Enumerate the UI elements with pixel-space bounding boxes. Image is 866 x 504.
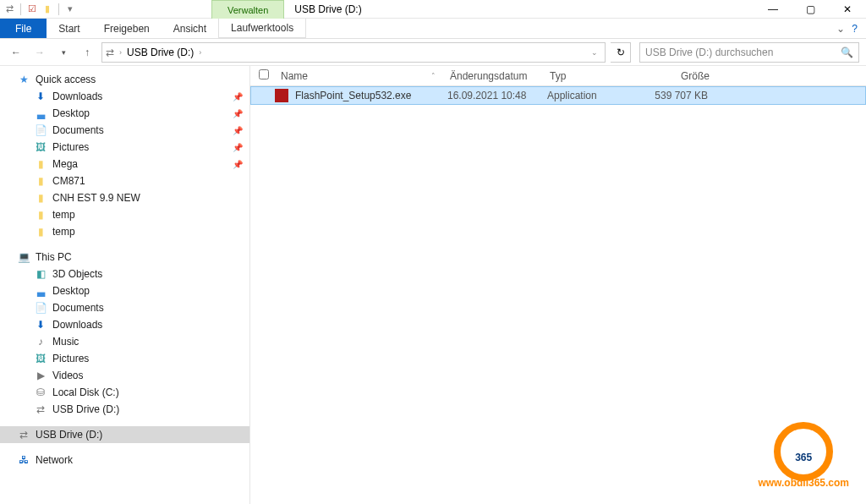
- nav-forward-button[interactable]: →: [30, 43, 49, 62]
- select-all-checkbox[interactable]: [259, 69, 274, 82]
- qat-overflow[interactable]: ▾: [64, 3, 76, 15]
- ribbon-tab-view[interactable]: Ansicht: [162, 19, 218, 38]
- close-button[interactable]: ✕: [829, 0, 866, 18]
- sidebar-item-label: Desktop: [52, 285, 90, 297]
- sidebar-item-label: Documents: [52, 302, 104, 314]
- file-size: 539 707 KB: [627, 90, 715, 101]
- chevron-right-icon[interactable]: ›: [119, 48, 122, 57]
- file-type: Application: [540, 90, 627, 101]
- qat-button-1[interactable]: ☑: [26, 3, 38, 15]
- address-bar[interactable]: ⇄ › USB Drive (D:) › ⌄: [101, 42, 606, 63]
- sidebar-item-this-pc[interactable]: 💻 This PC: [0, 249, 249, 266]
- pin-icon: 📌: [233, 160, 243, 169]
- item-icon: 🖼: [34, 140, 47, 154]
- file-row[interactable]: FlashPoint_Setup532.exe16.09.2021 10:48A…: [250, 86, 866, 105]
- column-header-name[interactable]: Name ˄: [274, 70, 443, 82]
- watermark: 365 www.obdii365.com: [758, 422, 849, 489]
- chevron-right-icon[interactable]: ›: [199, 48, 201, 57]
- sidebar-item-pc-7[interactable]: ⛁Local Disk (C:): [0, 384, 249, 401]
- item-icon: ▃: [34, 107, 47, 120]
- pin-icon: 📌: [233, 109, 243, 118]
- sidebar-item-qa-6[interactable]: ▮CNH EST 9.9 NEW: [0, 189, 249, 206]
- navigation-bar: ← → ▾ ↑ ⇄ › USB Drive (D:) › ⌄ ↻ USB Dri…: [0, 39, 866, 66]
- pc-icon: 💻: [17, 250, 30, 264]
- qat-button-2[interactable]: ▮: [41, 3, 53, 15]
- sidebar-item-label: This PC: [36, 251, 72, 263]
- sidebar-item-pc-2[interactable]: 📄Documents: [0, 299, 249, 316]
- item-icon: ▮: [34, 174, 47, 188]
- item-icon: 🖼: [34, 352, 47, 365]
- ribbon-context-tab[interactable]: Verwalten: [211, 0, 284, 19]
- sidebar-item-qa-2[interactable]: 📄Documents📌: [0, 122, 249, 139]
- search-box[interactable]: USB Drive (D:) durchsuchen 🔍: [639, 42, 859, 63]
- sidebar-item-usb-drive-root[interactable]: ⇄ USB Drive (D:): [0, 426, 249, 443]
- sidebar-item-label: Music: [52, 336, 79, 348]
- sidebar-item-label: USB Drive (D:): [36, 429, 102, 441]
- item-icon: ⬇: [34, 90, 47, 103]
- maximize-button[interactable]: ▢: [792, 0, 829, 18]
- sidebar-item-label: CNH EST 9.9 NEW: [52, 192, 140, 204]
- star-icon: ★: [17, 73, 30, 86]
- usb-icon: ⇄: [17, 428, 30, 441]
- item-icon: 📄: [34, 123, 47, 137]
- navigation-pane[interactable]: ★ Quick access ⬇Downloads📌▃Desktop📌📄Docu…: [0, 66, 250, 504]
- item-icon: 📄: [34, 301, 47, 315]
- ribbon-tab-file[interactable]: File: [0, 19, 47, 38]
- sidebar-item-label: 3D Objects: [52, 268, 102, 280]
- sidebar-item-label: Videos: [52, 370, 83, 381]
- file-name: FlashPoint_Setup532.exe: [295, 90, 411, 101]
- window-controls: — ▢ ✕: [754, 0, 866, 18]
- ribbon-tab-share[interactable]: Freigeben: [92, 19, 162, 38]
- sidebar-item-qa-4[interactable]: ▮Mega📌: [0, 156, 249, 173]
- sidebar-item-qa-7[interactable]: ▮temp: [0, 206, 249, 223]
- refresh-button[interactable]: ↻: [611, 42, 631, 63]
- pin-icon: 📌: [233, 126, 243, 135]
- sidebar-item-pc-4[interactable]: ♪Music: [0, 333, 249, 350]
- sidebar-item-label: Desktop: [52, 107, 90, 119]
- column-header-size[interactable]: Größe: [629, 70, 717, 82]
- breadcrumb[interactable]: USB Drive (D:): [127, 47, 194, 58]
- sidebar-item-label: Pictures: [52, 141, 89, 153]
- sidebar-item-pc-6[interactable]: ▶Videos: [0, 367, 249, 384]
- ribbon-expand-icon[interactable]: ⌄: [836, 23, 845, 35]
- search-placeholder: USB Drive (D:) durchsuchen: [645, 47, 773, 58]
- sidebar-item-label: Pictures: [52, 353, 89, 364]
- sidebar-item-label: Quick access: [36, 74, 96, 85]
- file-date: 16.09.2021 10:48: [441, 90, 540, 101]
- column-header-type[interactable]: Typ: [543, 70, 629, 82]
- sidebar-item-pc-8[interactable]: ⇄USB Drive (D:): [0, 401, 249, 418]
- sidebar-item-label: Mega: [52, 158, 78, 170]
- sidebar-item-quick-access[interactable]: ★ Quick access: [0, 71, 249, 88]
- column-headers: Name ˄ Änderungsdatum Typ Größe: [250, 66, 866, 86]
- sidebar-item-qa-1[interactable]: ▃Desktop📌: [0, 105, 249, 122]
- pin-icon: 📌: [233, 143, 243, 152]
- app-icon: ⇄: [3, 3, 15, 15]
- exe-icon: [275, 89, 288, 102]
- sidebar-item-pc-1[interactable]: ▃Desktop: [0, 282, 249, 299]
- sidebar-item-label: USB Drive (D:): [52, 403, 119, 415]
- sidebar-item-network[interactable]: 🖧 Network: [0, 452, 249, 468]
- item-icon: ▮: [34, 225, 47, 238]
- item-icon: ♪: [34, 335, 47, 348]
- nav-back-button[interactable]: ←: [7, 43, 25, 62]
- sidebar-item-qa-5[interactable]: ▮CM871: [0, 173, 249, 189]
- sidebar-item-qa-3[interactable]: 🖼Pictures📌: [0, 139, 249, 156]
- nav-recent-dropdown[interactable]: ▾: [54, 43, 73, 62]
- quick-access-toolbar: ⇄ ☑ ▮ ▾: [0, 0, 79, 18]
- address-history-dropdown[interactable]: ⌄: [591, 48, 598, 57]
- sidebar-item-pc-3[interactable]: ⬇Downloads: [0, 316, 249, 333]
- sidebar-item-label: CM871: [52, 175, 85, 187]
- column-header-date[interactable]: Änderungsdatum: [443, 70, 543, 82]
- search-icon[interactable]: 🔍: [841, 47, 853, 58]
- sidebar-item-label: temp: [52, 209, 75, 221]
- nav-up-button[interactable]: ↑: [78, 43, 96, 62]
- ribbon-tab-drivetools[interactable]: Laufwerktools: [218, 19, 306, 38]
- minimize-button[interactable]: —: [754, 0, 792, 18]
- ribbon-tab-start[interactable]: Start: [47, 19, 91, 38]
- pin-icon: 📌: [233, 92, 243, 101]
- help-icon[interactable]: ?: [852, 23, 858, 35]
- sidebar-item-qa-8[interactable]: ▮temp: [0, 223, 249, 240]
- sidebar-item-pc-5[interactable]: 🖼Pictures: [0, 350, 249, 367]
- sidebar-item-qa-0[interactable]: ⬇Downloads📌: [0, 88, 249, 105]
- sidebar-item-pc-0[interactable]: ◧3D Objects: [0, 266, 249, 282]
